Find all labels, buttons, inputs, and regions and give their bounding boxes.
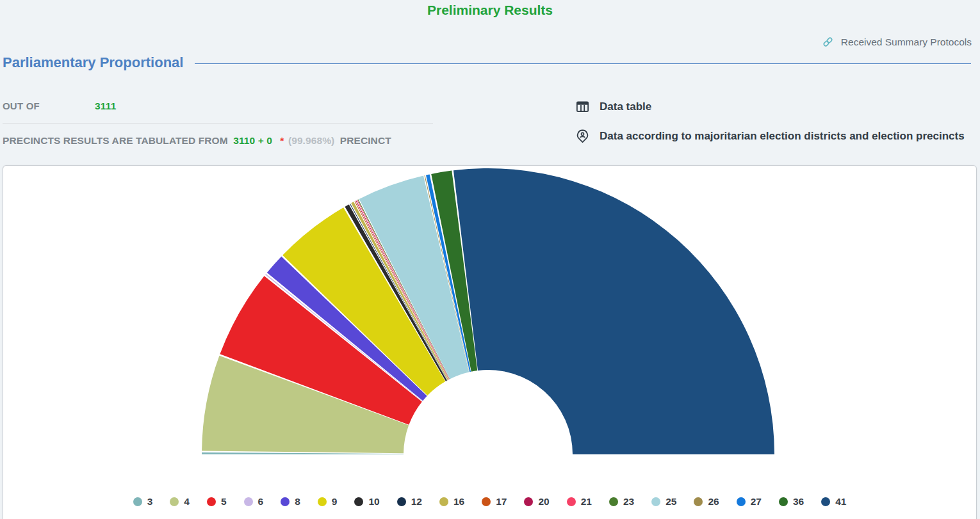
legend-dot	[207, 497, 216, 506]
link-icon	[822, 36, 834, 48]
legend-label: 26	[708, 496, 719, 507]
legend-label: 8	[295, 496, 300, 507]
legend-dot	[482, 497, 491, 506]
out-of-label: OUT OF	[3, 100, 40, 111]
legend-item-23[interactable]: 23	[609, 496, 634, 507]
legend-label: 41	[835, 496, 846, 507]
legend-dot	[651, 497, 660, 506]
legend-dot	[779, 497, 788, 506]
data-table-label: Data table	[600, 100, 651, 113]
tabulated-label: PRECINCTS RESULTS ARE TABULATED FROM	[3, 135, 228, 146]
out-of-value: 3111	[95, 100, 117, 112]
majoritarian-data-link[interactable]: Data according to majoritarian election …	[575, 129, 965, 143]
location-pin-icon	[575, 129, 590, 143]
table-icon	[575, 99, 590, 114]
legend-label: 5	[221, 496, 227, 507]
legend-item-27[interactable]: 27	[737, 496, 762, 507]
chart-card: 345689101216172021232526273641	[3, 165, 977, 519]
legend-dot	[397, 497, 406, 506]
legend-label: 25	[666, 496, 676, 507]
legend-dot	[354, 497, 363, 506]
legend-label: 10	[368, 496, 379, 507]
legend-dot	[609, 497, 618, 506]
legend-dot	[244, 497, 253, 506]
legend-item-9[interactable]: 9	[318, 496, 338, 507]
legend-label: 20	[538, 496, 549, 507]
legend-item-16[interactable]: 16	[439, 496, 464, 507]
legend-item-6[interactable]: 6	[244, 496, 264, 507]
received-summary-protocols-label: Received Summary Protocols	[841, 36, 972, 48]
legend-dot	[133, 497, 142, 506]
legend-item-20[interactable]: 20	[524, 496, 549, 507]
legend-item-5[interactable]: 5	[207, 496, 227, 507]
chart-segment-41[interactable]	[453, 168, 774, 454]
tabulated-asterisk: *	[280, 135, 284, 146]
legend-item-8[interactable]: 8	[281, 496, 300, 507]
legend-item-4[interactable]: 4	[170, 496, 190, 507]
section-title: Parliamentary Proportional	[3, 54, 183, 71]
legend-item-36[interactable]: 36	[779, 496, 804, 507]
precinct-stats: OUT OF 3111 PRECINCTS RESULTS ARE TABULA…	[3, 100, 433, 147]
legend-label: 16	[453, 496, 464, 507]
legend-dot	[439, 497, 448, 506]
legend-item-17[interactable]: 17	[482, 496, 507, 507]
out-of-row: OUT OF 3111	[3, 100, 433, 124]
legend-label: 3	[147, 496, 153, 507]
tabulated-row: PRECINCTS RESULTS ARE TABULATED FROM 311…	[3, 124, 433, 147]
legend-item-3[interactable]: 3	[133, 496, 153, 507]
data-table-link[interactable]: Data table	[575, 99, 965, 114]
legend-item-21[interactable]: 21	[567, 496, 592, 507]
majoritarian-data-label: Data according to majoritarian election …	[600, 130, 965, 143]
legend-label: 27	[751, 496, 762, 507]
result-half-donut	[3, 166, 976, 467]
legend-item-26[interactable]: 26	[694, 496, 719, 507]
legend-dot	[567, 497, 576, 506]
legend-label: 6	[258, 496, 264, 507]
chart-legend: 345689101216172021232526273641	[3, 496, 976, 507]
precinct-label: PRECINCT	[340, 135, 391, 146]
section-header: Parliamentary Proportional	[3, 54, 971, 71]
tabulated-percent: (99.968%)	[288, 135, 334, 146]
received-summary-protocols-link[interactable]: Received Summary Protocols	[822, 36, 972, 48]
legend-label: 9	[332, 496, 338, 507]
page-title: Preliminary Results	[0, 3, 980, 18]
legend-label: 12	[411, 496, 422, 507]
legend-item-41[interactable]: 41	[821, 496, 846, 507]
legend-dot	[821, 497, 830, 506]
legend-item-25[interactable]: 25	[651, 496, 676, 507]
tabulated-value: 3110 + 0	[233, 135, 272, 146]
section-divider	[195, 63, 971, 64]
info-links: Data table Data according to majoritaria…	[575, 99, 965, 143]
legend-label: 21	[581, 496, 592, 507]
legend-dot	[737, 497, 746, 506]
legend-label: 36	[793, 496, 804, 507]
legend-label: 23	[623, 496, 634, 507]
legend-item-12[interactable]: 12	[397, 496, 422, 507]
legend-dot	[281, 497, 290, 506]
legend-dot	[318, 497, 327, 506]
legend-item-10[interactable]: 10	[354, 496, 379, 507]
legend-dot	[694, 497, 703, 506]
legend-dot	[524, 497, 533, 506]
legend-dot	[170, 497, 179, 506]
legend-label: 4	[184, 496, 190, 507]
legend-label: 17	[496, 496, 507, 507]
